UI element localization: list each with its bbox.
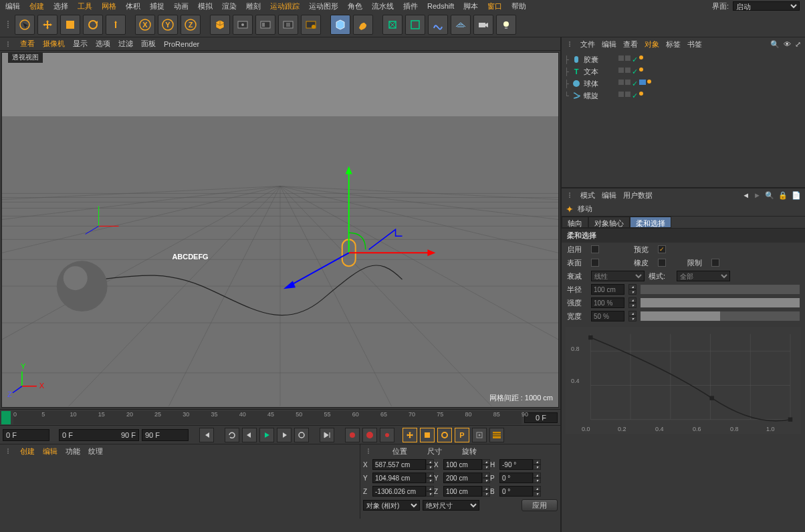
- falloff-select[interactable]: 线性: [591, 271, 645, 281]
- width-slider[interactable]: [641, 311, 800, 321]
- strength-input[interactable]: [591, 297, 624, 308]
- obj-tab-编辑[interactable]: 编辑: [602, 39, 616, 49]
- size-X[interactable]: [443, 459, 482, 470]
- vp-menu-显示[interactable]: 显示: [73, 39, 88, 49]
- menu-窗口[interactable]: 窗口: [487, 1, 502, 11]
- apply-button[interactable]: 应用: [522, 499, 558, 511]
- vp-menu-ProRender[interactable]: ProRender: [164, 40, 199, 48]
- size-mode-select[interactable]: 绝对尺寸: [423, 500, 479, 511]
- menu-动画[interactable]: 动画: [174, 1, 189, 11]
- falloff-curve-editor[interactable]: 0.0 0.2 0.4 0.6 0.8 1.0 0.4 0.8: [566, 327, 801, 434]
- rubber-checkbox[interactable]: [658, 259, 666, 267]
- mat-tab-功能[interactable]: 功能: [66, 446, 80, 456]
- scale-tool[interactable]: [60, 15, 80, 35]
- object-tree[interactable]: ├胶囊✓├T文本✓├球体✓└螺旋✓: [562, 51, 805, 187]
- obj-item-文本[interactable]: ├T文本✓: [564, 65, 802, 78]
- menu-插件[interactable]: 插件: [403, 1, 418, 11]
- viewport-3d[interactable]: ABCDEFG Y: [1, 52, 559, 408]
- menu-创建[interactable]: 创建: [29, 1, 44, 11]
- obj-tab-标签[interactable]: 标签: [666, 39, 681, 49]
- rot-B[interactable]: [499, 486, 533, 497]
- lock-icon[interactable]: 🔒: [778, 191, 788, 200]
- surface-checkbox[interactable]: [591, 259, 599, 267]
- menu-帮助[interactable]: 帮助: [511, 1, 526, 11]
- fwd-icon[interactable]: ►: [754, 191, 761, 200]
- obj-item-螺旋[interactable]: └螺旋✓: [564, 90, 802, 102]
- render-view[interactable]: [233, 15, 253, 35]
- radius-slider[interactable]: [641, 285, 800, 294]
- goto-start-btn[interactable]: [199, 428, 214, 442]
- obj-tab-对象[interactable]: 对象: [645, 39, 659, 49]
- keyframe-btn[interactable]: [380, 428, 394, 442]
- loop-btn[interactable]: [225, 428, 239, 442]
- play-btn[interactable]: [259, 428, 274, 442]
- render-queue[interactable]: [301, 15, 321, 35]
- cube-primitive[interactable]: [210, 15, 230, 35]
- key-rot-btn[interactable]: [437, 428, 452, 442]
- attr-userdata-tab[interactable]: 用户数据: [623, 190, 653, 201]
- mat-tab-创建[interactable]: 创建: [20, 446, 35, 456]
- generator-menu[interactable]: [405, 15, 425, 35]
- rotate-tool[interactable]: [83, 15, 103, 35]
- key-pos-btn[interactable]: [402, 428, 417, 442]
- timeline[interactable]: 051015202530354045505560657075808590 0 F: [0, 409, 560, 425]
- pos-Z[interactable]: [372, 486, 426, 497]
- camera-menu[interactable]: [473, 15, 493, 35]
- expand-icon[interactable]: ⤢: [795, 40, 801, 49]
- key-param-btn[interactable]: P: [455, 428, 469, 442]
- menu-雕刻[interactable]: 雕刻: [246, 1, 261, 11]
- tab-object-axis[interactable]: 对象轴心: [588, 217, 630, 228]
- tab-soft-select[interactable]: 柔和选择: [630, 217, 671, 228]
- search-icon[interactable]: 🔍: [770, 40, 780, 49]
- dopesheet-btn[interactable]: [489, 428, 504, 442]
- mat-tab-编辑[interactable]: 编辑: [43, 446, 58, 456]
- render-settings[interactable]: [278, 15, 298, 35]
- x-axis-tool[interactable]: X: [135, 15, 155, 35]
- rot-P[interactable]: [499, 473, 533, 483]
- mode-select[interactable]: 全部: [677, 271, 730, 281]
- obj-item-球体[interactable]: ├球体✓: [564, 78, 802, 90]
- timeline-ruler[interactable]: 051015202530354045505560657075808590: [13, 411, 522, 424]
- object-mode-select[interactable]: 对象 (相对): [363, 500, 420, 511]
- menu-模拟[interactable]: 模拟: [198, 1, 213, 11]
- goto-end-btn[interactable]: [320, 428, 334, 442]
- loop-range-btn[interactable]: [294, 428, 309, 442]
- obj-tab-文件[interactable]: 文件: [580, 39, 595, 49]
- render-pv[interactable]: [255, 15, 275, 35]
- menu-捕捉[interactable]: 捕捉: [150, 1, 164, 11]
- timeline-playhead[interactable]: [1, 411, 11, 424]
- menu-选择[interactable]: 选择: [53, 1, 68, 11]
- obj-item-胶囊[interactable]: ├胶囊✓: [564, 53, 802, 65]
- prev-frame-btn[interactable]: [242, 428, 257, 442]
- menu-工具[interactable]: 工具: [78, 1, 92, 11]
- menu-Redshift[interactable]: Redshift: [427, 2, 454, 10]
- range-field[interactable]: 0 F90 F: [59, 429, 139, 441]
- model-mode[interactable]: [330, 15, 350, 35]
- light-menu[interactable]: [496, 15, 516, 35]
- menu-编辑[interactable]: 编辑: [5, 1, 20, 11]
- next-frame-btn[interactable]: [277, 428, 292, 442]
- key-pla-btn[interactable]: [472, 428, 487, 442]
- obj-tab-查看[interactable]: 查看: [623, 39, 638, 49]
- mat-tab-纹理[interactable]: 纹理: [88, 446, 103, 456]
- attr-edit-tab[interactable]: 编辑: [602, 190, 616, 201]
- back-icon[interactable]: ◄: [742, 191, 750, 200]
- radius-input[interactable]: [591, 284, 624, 295]
- eye-icon[interactable]: 👁: [784, 40, 791, 49]
- menu-脚本[interactable]: 脚本: [463, 1, 478, 11]
- enable-checkbox[interactable]: [591, 245, 599, 253]
- search2-icon[interactable]: 🔍: [765, 191, 774, 200]
- width-input[interactable]: [591, 311, 624, 321]
- vp-menu-选项[interactable]: 选项: [96, 39, 110, 49]
- strength-slider[interactable]: [641, 298, 800, 307]
- limit-checkbox[interactable]: [711, 259, 719, 267]
- size-Z[interactable]: [443, 486, 482, 497]
- vp-menu-面板[interactable]: 面板: [141, 39, 156, 49]
- vp-menu-查看[interactable]: 查看: [20, 39, 35, 49]
- key-scale-btn[interactable]: [420, 428, 435, 442]
- layout-select[interactable]: 启动: [733, 1, 800, 11]
- spline-menu[interactable]: [428, 15, 448, 35]
- y-axis-tool[interactable]: Y: [158, 15, 178, 35]
- size-Y[interactable]: [443, 473, 482, 483]
- radius-spinner[interactable]: ▴▾: [628, 284, 637, 295]
